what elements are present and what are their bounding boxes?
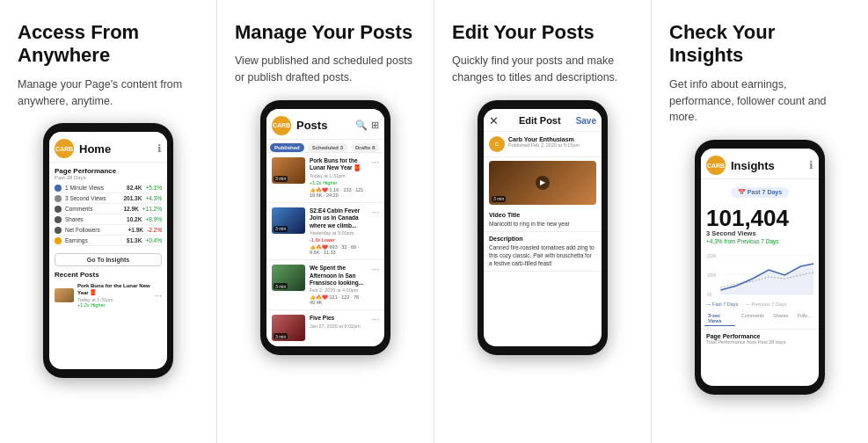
- carb-logo2: CARB: [272, 116, 291, 135]
- post-stat-1: -1.6x Lower: [310, 237, 368, 243]
- tab-shares[interactable]: Shares: [770, 311, 791, 326]
- posts-icons: 🔍 ⊞: [355, 120, 379, 131]
- video-title-field: Video Title Manicotti to ring in the new…: [484, 208, 602, 232]
- home-title: Home: [79, 142, 157, 156]
- post-reactions-0: 👍🔥❤️ 1.1K · 233 · 121 · 19.6K · 24:20: [310, 187, 368, 198]
- tab-followers[interactable]: Follo...: [793, 311, 815, 326]
- col2-desc: View published and scheduled posts or pu…: [235, 53, 416, 86]
- post-date-2: Feb 2, 2020 at 4:00pm: [310, 287, 368, 293]
- post-info-0: Pork Buns for the Lunar New Year 🧧 Today…: [310, 157, 368, 198]
- perf-row-4: Net Followers +1.9K -2.2%: [55, 225, 162, 236]
- phone3-notch: [521, 100, 565, 109]
- icon-views1: [55, 185, 62, 192]
- rp-info: Pork Buns for the Lunar New Year 🧧 Today…: [77, 283, 155, 308]
- phone4-content: CARB Insights ℹ 📅 Past 7 Days 101,404 3 …: [701, 149, 819, 386]
- post-title-0: Pork Buns for the Lunar New Year 🧧: [310, 157, 368, 172]
- perf-val-4: +1.9K: [128, 227, 143, 233]
- date-badge[interactable]: 📅 Past 7 Days: [731, 187, 789, 198]
- ep-pub-date: Published Feb 2, 2020 at 5:15pm: [508, 142, 580, 148]
- post-dur-2: 3 min: [274, 283, 288, 289]
- icon-followers: [55, 227, 62, 234]
- ep-name: Carb Your Enthusiasm: [508, 136, 580, 142]
- rp-stat: +1.2x Higher: [77, 302, 155, 308]
- tab-3sec-views[interactable]: 3-sec Views: [704, 311, 735, 326]
- post-more-0[interactable]: ···: [372, 157, 379, 198]
- phone3-content: ✕ Edit Post Save C Carb Your Enthusiasm …: [484, 109, 602, 346]
- filter-icon[interactable]: ⊞: [371, 120, 379, 131]
- icon-views2: [55, 195, 62, 202]
- big-number: 101,404: [701, 203, 819, 229]
- phone4-screen: CARB Insights ℹ 📅 Past 7 Days 101,404 3 …: [701, 149, 819, 386]
- post-more-2[interactable]: ···: [372, 265, 379, 305]
- svg-text:210K: 210K: [707, 254, 717, 258]
- post-info-2: We Spent the Afternoon in San Fransisco …: [310, 265, 368, 305]
- home-header: CARB Home ℹ: [49, 132, 167, 163]
- close-icon[interactable]: ✕: [489, 114, 499, 127]
- perf-title: Page Performance: [55, 167, 162, 175]
- phone1-screen: CARB Home ℹ Page Performance Past 28 Day…: [49, 132, 167, 369]
- rp-more-icon[interactable]: ···: [155, 291, 162, 301]
- post-thumb-1: 3 min: [272, 207, 305, 234]
- search-icon[interactable]: 🔍: [355, 120, 368, 131]
- post-reactions-2: 👍🔥❤️ 121 · 122 · 76 · 40.4K: [310, 294, 368, 305]
- big-change: +4.3% from Previous 7 Days: [701, 238, 819, 248]
- post-title-2: We Spent the Afternoon in San Fransisco …: [310, 265, 368, 287]
- perf-val-0: 82.4K: [127, 185, 142, 191]
- video-title-value[interactable]: Manicotti to ring in the new year: [489, 220, 596, 228]
- post-more-3[interactable]: ···: [372, 315, 379, 341]
- tab-published[interactable]: Published: [270, 143, 304, 152]
- perf-change-3: +8.9%: [145, 216, 162, 222]
- perf-label-3: Shares: [65, 216, 127, 222]
- phone1-wrap: CARB Home ℹ Page Performance Past 28 Day…: [18, 123, 199, 425]
- svg-text:0K: 0K: [707, 293, 712, 297]
- date-badge-wrap: 📅 Past 7 Days: [701, 179, 819, 203]
- phone3-screen: ✕ Edit Post Save C Carb Your Enthusiasm …: [484, 109, 602, 346]
- tab-comments[interactable]: Comments: [737, 311, 768, 326]
- carb-logo4: CARB: [706, 156, 726, 175]
- page-performance: Page Performance Total Performance from …: [701, 330, 819, 348]
- go-to-insights-button[interactable]: Go To Insights: [55, 253, 162, 266]
- edit-header: ✕ Edit Post Save: [484, 109, 602, 132]
- post-more-1[interactable]: ···: [372, 207, 379, 255]
- ep-duration: 3 min: [492, 196, 506, 202]
- col2-title: Manage Your Posts: [235, 21, 412, 44]
- video-title-label: Video Title: [489, 212, 596, 218]
- desc-value[interactable]: Canned fire-roasted tomatoes add zing to…: [489, 243, 596, 267]
- phone2-wrap: CARB Posts 🔍 ⊞ Published Scheduled 3 Dra…: [235, 100, 416, 425]
- post-dur-3: 3 min: [274, 333, 288, 339]
- column-access: Access From Anywhere Manage your Page's …: [0, 0, 217, 443]
- perf-change-1: +4.3%: [145, 195, 162, 201]
- tab-scheduled[interactable]: Scheduled 3: [308, 143, 347, 152]
- phone4-wrap: CARB Insights ℹ 📅 Past 7 Days 101,404 3 …: [669, 140, 850, 425]
- play-icon[interactable]: ▶: [536, 176, 550, 190]
- post-reactions-1: 👍🔥❤️ 693 · 33 · 66 · 9.6K · 11:33: [310, 244, 368, 255]
- info-icon1: ℹ: [157, 142, 162, 155]
- col3-title: Edit Your Posts: [452, 21, 594, 44]
- save-button[interactable]: Save: [576, 116, 596, 126]
- perf-change-2: +11.2%: [142, 206, 162, 212]
- phone3: ✕ Edit Post Save C Carb Your Enthusiasm …: [478, 100, 608, 355]
- column-edit: Edit Your Posts Quickly find your posts …: [434, 0, 652, 443]
- phone1: CARB Home ℹ Page Performance Past 28 Day…: [43, 123, 173, 378]
- post-thumb-3: 3 min: [272, 315, 305, 341]
- pp-sub: Total Performance from Past 28 days: [706, 339, 813, 345]
- post-stat-0: +1.2x Higher: [310, 180, 368, 185]
- pp-title: Page Performance: [706, 333, 813, 339]
- tab-drafts[interactable]: Drafts 8: [351, 143, 379, 152]
- ep-avatar: C: [489, 136, 505, 152]
- edit-post-preview: C Carb Your Enthusiasm Published Feb 2, …: [484, 132, 602, 157]
- legend-prev: — Previous 7 Days: [745, 301, 786, 307]
- post-dur-1: 3 min: [274, 226, 288, 232]
- post-thumb-2: 3 min: [272, 265, 305, 291]
- post-item-3: 3 min Five Pies Jan 27, 2020 at 6:02pm ·…: [266, 310, 384, 346]
- description-field: Description Canned fire-roasted tomatoes…: [484, 232, 602, 272]
- perf-label-1: 3 Second Views: [65, 195, 123, 201]
- col1-title: Access From Anywhere: [18, 21, 199, 68]
- post-item-0: 3 min Pork Buns for the Lunar New Year 🧧…: [266, 153, 384, 203]
- rp-thumb-bg: [55, 288, 74, 302]
- post-title-3: Five Pies: [310, 315, 368, 322]
- phone3-wrap: ✕ Edit Post Save C Carb Your Enthusiasm …: [452, 100, 633, 425]
- column-manage: Manage Your Posts View published and sch…: [217, 0, 434, 443]
- posts-tabs: Published Scheduled 3 Drafts 8: [266, 140, 384, 153]
- perf-label-0: 1 Minute Views: [65, 185, 127, 191]
